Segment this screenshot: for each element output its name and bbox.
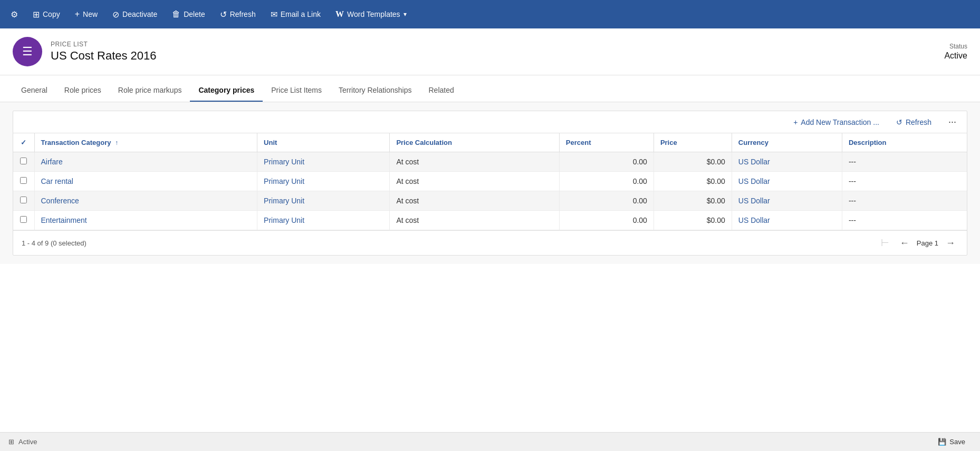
sort-icon: ↑ (115, 139, 118, 146)
currency-link[interactable]: US Dollar (738, 216, 770, 224)
unit-link[interactable]: Primary Unit (264, 197, 304, 205)
record-title: US Cost Rates 2016 (51, 49, 157, 63)
transaction-category-link[interactable]: Car rental (41, 177, 73, 185)
tab-territory-relationships[interactable]: Territory Relationships (330, 80, 420, 102)
record-info: PRICE LIST US Cost Rates 2016 (51, 41, 157, 63)
tab-role-prices[interactable]: Role prices (56, 80, 110, 102)
row-unit: Primary Unit (257, 191, 390, 211)
next-page-button[interactable]: → (943, 237, 958, 250)
new-button[interactable]: + New (69, 6, 104, 22)
col-header-unit[interactable]: Unit (257, 133, 390, 152)
add-new-transaction-button[interactable]: + Add New Transaction ... (789, 116, 883, 129)
table-row: Entertainment Primary Unit At cost 0.00 … (13, 211, 967, 230)
pagination-summary: 1 - 4 of 9 (0 selected) (22, 239, 87, 247)
row-select-checkbox[interactable] (20, 197, 27, 203)
row-select-checkbox[interactable] (20, 158, 27, 164)
row-checkbox[interactable] (13, 152, 34, 172)
header-right: Status Active (944, 43, 967, 61)
row-select-checkbox[interactable] (20, 216, 27, 223)
record-header: ☰ PRICE LIST US Cost Rates 2016 Status A… (0, 28, 980, 75)
grid-more-button[interactable]: ··· (944, 115, 960, 129)
row-description: --- (842, 152, 967, 172)
table-row: Airfare Primary Unit At cost 0.00 $0.00 … (13, 152, 967, 172)
row-description: --- (842, 211, 967, 230)
email-icon: ✉ (271, 9, 277, 19)
email-link-button[interactable]: ✉ Email a Link (264, 6, 327, 23)
refresh-button[interactable]: ↺ Refresh (214, 6, 262, 23)
row-percent: 0.00 (559, 191, 654, 211)
refresh-icon: ↺ (220, 9, 227, 19)
settings-button[interactable]: ⚙ (4, 6, 24, 23)
avatar: ☰ (13, 37, 42, 66)
pagination: 1 - 4 of 9 (0 selected) ⊢ ← Page 1 → (13, 230, 967, 255)
row-checkbox[interactable] (13, 172, 34, 191)
prev-page-button[interactable]: ← (897, 237, 912, 250)
chevron-down-icon: ▾ (403, 11, 407, 18)
first-page-button[interactable]: ⊢ (878, 236, 892, 250)
status-value: Active (944, 51, 967, 61)
save-button[interactable]: 💾 Save (931, 436, 972, 448)
record-type-label: PRICE LIST (51, 41, 157, 48)
row-currency: US Dollar (732, 211, 842, 230)
row-description: --- (842, 172, 967, 191)
col-header-price-calculation[interactable]: Price Calculation (390, 133, 559, 152)
tab-related[interactable]: Related (420, 80, 462, 102)
table-header-row: ✓ Transaction Category ↑ Unit Price Calc… (13, 133, 967, 152)
currency-link[interactable]: US Dollar (738, 158, 770, 166)
tab-price-list-items[interactable]: Price List Items (263, 80, 330, 102)
currency-link[interactable]: US Dollar (738, 177, 770, 185)
grid-refresh-icon: ↺ (896, 118, 902, 126)
tab-category-prices[interactable]: Category prices (190, 80, 263, 102)
transaction-category-link[interactable]: Airfare (41, 158, 63, 166)
table-row: Car rental Primary Unit At cost 0.00 $0.… (13, 172, 967, 191)
tab-general[interactable]: General (13, 80, 56, 102)
row-price-calculation: At cost (390, 152, 559, 172)
transaction-category-link[interactable]: Entertainment (41, 216, 87, 224)
row-unit: Primary Unit (257, 172, 390, 191)
col-header-price[interactable]: Price (654, 133, 732, 152)
col-header-percent[interactable]: Percent (559, 133, 654, 152)
row-price: $0.00 (654, 191, 732, 211)
row-price: $0.00 (654, 172, 732, 191)
deactivate-icon: ⊘ (112, 9, 119, 19)
save-icon: 💾 (938, 438, 946, 446)
table-row: Conference Primary Unit At cost 0.00 $0.… (13, 191, 967, 211)
row-description: --- (842, 191, 967, 211)
grid-container: + Add New Transaction ... ↺ Refresh ··· … (13, 111, 967, 256)
status-bar-status: Active (18, 438, 37, 446)
unit-link[interactable]: Primary Unit (264, 158, 304, 166)
pagination-controls: ⊢ ← Page 1 → (878, 236, 958, 250)
add-icon: + (793, 118, 798, 126)
tab-role-price-markups[interactable]: Role price markups (110, 80, 190, 102)
delete-button[interactable]: 🗑 Delete (166, 6, 211, 22)
row-checkbox[interactable] (13, 211, 34, 230)
row-percent: 0.00 (559, 172, 654, 191)
word-templates-button[interactable]: W Word Templates ▾ (329, 6, 413, 22)
unit-link[interactable]: Primary Unit (264, 216, 304, 224)
col-header-transaction-category[interactable]: Transaction Category ↑ (34, 133, 257, 152)
transaction-category-link[interactable]: Conference (41, 197, 79, 205)
row-currency: US Dollar (732, 152, 842, 172)
select-all-header[interactable]: ✓ (13, 133, 34, 152)
row-currency: US Dollar (732, 191, 842, 211)
new-icon: + (75, 9, 80, 19)
delete-icon: 🗑 (172, 9, 180, 19)
row-unit: Primary Unit (257, 211, 390, 230)
row-select-checkbox[interactable] (20, 177, 27, 184)
unit-link[interactable]: Primary Unit (264, 177, 304, 185)
row-price-calculation: At cost (390, 211, 559, 230)
col-header-currency[interactable]: Currency (732, 133, 842, 152)
deactivate-button[interactable]: ⊘ Deactivate (106, 6, 164, 23)
row-price: $0.00 (654, 211, 732, 230)
grid-refresh-button[interactable]: ↺ Refresh (892, 116, 936, 129)
row-transaction-category: Conference (34, 191, 257, 211)
word-icon: W (335, 9, 344, 19)
row-checkbox[interactable] (13, 191, 34, 211)
currency-link[interactable]: US Dollar (738, 197, 770, 205)
row-price-calculation: At cost (390, 172, 559, 191)
row-price-calculation: At cost (390, 191, 559, 211)
main-content: ☰ PRICE LIST US Cost Rates 2016 Status A… (0, 28, 980, 432)
copy-button[interactable]: ⊞ Copy (26, 6, 66, 23)
col-header-description[interactable]: Description (842, 133, 967, 152)
settings-icon: ⚙ (11, 9, 18, 19)
